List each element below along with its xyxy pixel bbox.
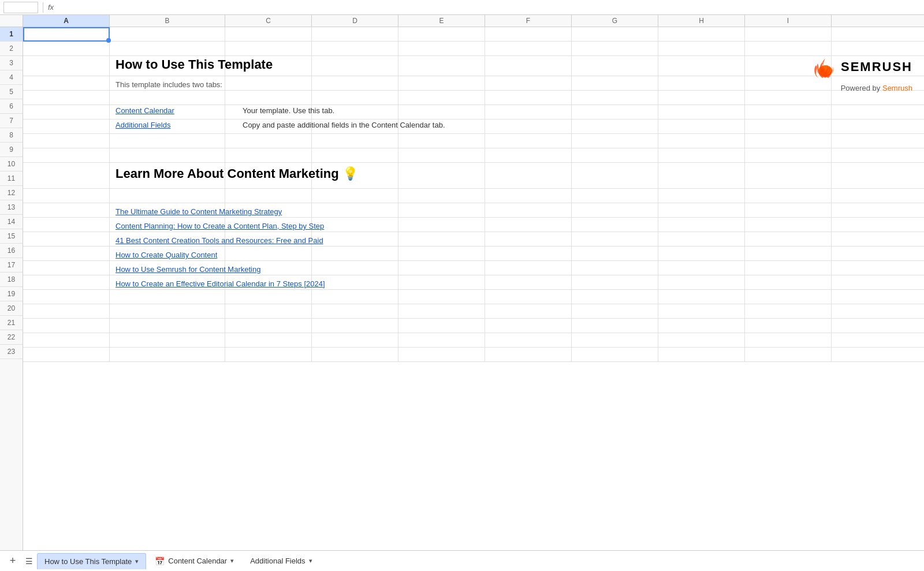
row-num-17: 17 [0,258,23,273]
grid-body[interactable]: 1 2 3 4 5 6 7 8 9 10 11 12 13 14 15 16 1… [0,27,924,550]
tab-content-calendar[interactable]: 📅 Content Calendar ▾ [147,553,241,569]
cell-e3[interactable] [398,56,485,76]
row-num-11: 11 [0,171,23,186]
col-header-b[interactable]: B [110,15,225,27]
powered-by-text: Powered by Semrush [841,84,912,92]
tab-additional-fields-dropdown-icon[interactable]: ▾ [309,557,312,565]
formula-divider [43,2,43,13]
cell-a4[interactable] [23,76,110,90]
sheet-menu-button[interactable]: ☰ [21,553,37,569]
cell-c1[interactable] [225,27,312,41]
cell-g4[interactable] [572,76,658,90]
cell-f1[interactable] [485,27,572,41]
cell-b4[interactable] [110,76,225,90]
table-row [23,304,924,319]
col-header-f[interactable]: F [485,15,572,27]
row-num-23: 23 [0,345,23,359]
tab-how-to-use[interactable]: How to Use This Template ▾ [37,553,146,569]
cell-f3[interactable] [485,56,572,76]
cell-i1[interactable] [745,27,832,41]
article-link-4[interactable]: How to Create Quality Content [116,248,325,262]
cell-h3[interactable] [658,56,745,76]
col-header-c[interactable]: C [225,15,312,27]
cell-f4[interactable] [485,76,572,90]
row-num-12: 12 [0,186,23,200]
row-numbers: 1 2 3 4 5 6 7 8 9 10 11 12 13 14 15 16 1… [0,27,23,550]
cell-c3[interactable] [225,56,312,76]
cell-g3[interactable] [572,56,658,76]
cell-b1[interactable] [110,27,225,41]
cell-h2[interactable] [658,42,745,55]
row-num-5: 5 [0,85,23,99]
cell-d2[interactable] [312,42,398,55]
cell-d1[interactable] [312,27,398,41]
table-row [23,163,924,189]
cell-reference[interactable]: A1 [3,2,38,13]
cell-h1[interactable] [658,27,745,41]
table-row [23,56,924,76]
row-num-15: 15 [0,229,23,244]
semrush-link[interactable]: Semrush [882,84,912,92]
row-num-22: 22 [0,330,23,345]
cell-c2[interactable] [225,42,312,55]
corner-spacer [0,15,23,27]
cell-d3[interactable] [312,56,398,76]
cell-g1[interactable] [572,27,658,41]
col-header-g[interactable]: G [572,15,658,27]
table-row [23,189,924,203]
cell-b3[interactable] [110,56,225,76]
col-header-h[interactable]: H [658,15,745,27]
cell-i2[interactable] [745,42,832,55]
column-headers: A B C D E F G H I [0,15,924,27]
tab-how-to-use-label: How to Use This Template [44,557,132,566]
cell-a3[interactable] [23,56,110,76]
row-num-10: 10 [0,157,23,171]
add-sheet-button[interactable]: + [5,553,21,569]
content-calendar-link[interactable]: Content Calendar [116,106,174,115]
col-header-d[interactable]: D [312,15,398,27]
row-num-8: 8 [0,128,23,143]
cells-area[interactable]: How to Use This Template This template i… [23,27,924,550]
semrush-brand-text: SEMRUSH [841,59,912,74]
article-link-1[interactable]: The Ultimate Guide to Content Marketing … [116,204,325,219]
row-num-6: 6 [0,99,23,114]
cell-a1[interactable] [23,27,110,41]
table-row [23,333,924,348]
cell-e4[interactable] [398,76,485,90]
tab-additional-fields-label: Additional Fields [250,557,305,565]
cell-f2[interactable] [485,42,572,55]
spreadsheet: A B C D E F G H I 1 2 3 4 5 6 7 8 9 10 1… [0,15,924,550]
cell-a2[interactable] [23,42,110,55]
article-link-3[interactable]: 41 Best Content Creation Tools and Resou… [116,233,325,248]
tab-how-to-use-dropdown-icon[interactable]: ▾ [135,558,139,565]
tab-content-calendar-dropdown-icon[interactable]: ▾ [230,557,234,565]
cell-b2[interactable] [110,42,225,55]
row-num-13: 13 [0,200,23,215]
cell-c4[interactable] [225,76,312,90]
cell-d4[interactable] [312,76,398,90]
article-link-6[interactable]: How to Create an Effective Editorial Cal… [116,277,325,291]
formula-bar: A1 fx [0,0,924,15]
grid-rows [23,27,924,362]
cell-g2[interactable] [572,42,658,55]
article-link-5[interactable]: How to Use Semrush for Content Marketing [116,262,325,277]
row-num-19: 19 [0,287,23,301]
row-num-14: 14 [0,215,23,229]
table-row [23,76,924,91]
col-header-e[interactable]: E [398,15,485,27]
tab-bar: + ☰ How to Use This Template ▾ 📅 Content… [0,550,924,571]
row-num-4: 4 [0,70,23,85]
additional-fields-link[interactable]: Additional Fields [116,121,170,129]
row-num-2: 2 [0,42,23,56]
col-header-i[interactable]: I [745,15,832,27]
table-row [23,319,924,333]
tab-additional-fields[interactable]: Additional Fields ▾ [243,553,319,569]
row-num-9: 9 [0,143,23,157]
cell-e2[interactable] [398,42,485,55]
cell-i4[interactable] [745,76,832,90]
cell-h4[interactable] [658,76,745,90]
cell-e1[interactable] [398,27,485,41]
col-header-a[interactable]: A [23,15,110,27]
semrush-flame-icon [814,56,836,78]
article-link-2[interactable]: Content Planning: How to Create a Conten… [116,219,325,233]
